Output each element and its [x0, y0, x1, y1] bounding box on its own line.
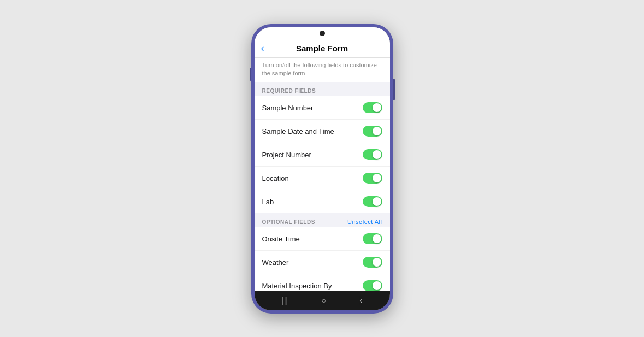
toggle-sample-number[interactable]: [363, 102, 382, 113]
list-item: Sample Date and Time: [255, 120, 390, 143]
form-fields-list[interactable]: REQUIRED FIELDS Sample Number Sample Dat…: [255, 82, 390, 290]
bottom-nav-home-icon[interactable]: ○: [321, 296, 326, 305]
volume-button: [250, 68, 251, 81]
bottom-nav-bar: ||| ○ ‹: [255, 291, 390, 310]
field-label-material-inspection-by: Material Inspection By: [262, 282, 332, 290]
field-label-project-number: Project Number: [262, 151, 311, 159]
list-item: Weather: [255, 251, 390, 274]
toggle-location[interactable]: [363, 173, 382, 184]
field-label-weather: Weather: [262, 258, 289, 267]
toggle-project-number[interactable]: [363, 149, 382, 160]
page-subtitle: Turn on/off the following fields to cust…: [255, 58, 390, 83]
phone-device: ‹ Sample Form Turn on/off the following …: [251, 24, 393, 314]
required-fields-group: Sample Number Sample Date and Time Proje…: [255, 96, 390, 213]
field-label-onsite-time: Onsite Time: [262, 235, 300, 243]
app-screen: ‹ Sample Form Turn on/off the following …: [255, 27, 390, 310]
toggle-material-inspection-by[interactable]: [363, 280, 382, 290]
list-item: Onsite Time: [255, 227, 390, 251]
list-item: Project Number: [255, 143, 390, 167]
toggle-onsite-time[interactable]: [363, 233, 382, 244]
field-label-sample-number: Sample Number: [262, 104, 314, 112]
required-fields-label: REQUIRED FIELDS: [262, 88, 316, 94]
power-button: [393, 79, 395, 100]
bottom-nav-back-icon[interactable]: ‹: [359, 296, 362, 305]
unselect-all-button[interactable]: Unselect All: [347, 218, 382, 225]
optional-fields-label: OPTIONAL FIELDS: [262, 219, 315, 225]
list-item: Lab: [255, 190, 390, 213]
optional-fields-group: Onsite Time Weather Material Inspection …: [255, 227, 390, 290]
nav-header: ‹ Sample Form: [255, 39, 390, 58]
optional-fields-header: OPTIONAL FIELDS Unselect All: [255, 213, 390, 227]
list-item: Sample Number: [255, 96, 390, 120]
toggle-sample-date-time[interactable]: [363, 126, 382, 137]
bottom-nav-menu-icon[interactable]: |||: [282, 296, 288, 305]
toggle-weather[interactable]: [363, 257, 382, 268]
required-fields-header: REQUIRED FIELDS: [255, 82, 390, 96]
page-title: Sample Form: [296, 44, 348, 53]
camera-notch: [320, 31, 325, 36]
field-label-lab: Lab: [262, 198, 274, 206]
field-label-location: Location: [262, 174, 289, 182]
phone-screen-area: ‹ Sample Form Turn on/off the following …: [255, 27, 390, 310]
list-item: Location: [255, 167, 390, 190]
field-label-sample-date-time: Sample Date and Time: [262, 127, 334, 135]
back-button[interactable]: ‹: [261, 43, 264, 54]
status-bar: [255, 27, 390, 39]
list-item: Material Inspection By: [255, 274, 390, 290]
toggle-lab[interactable]: [363, 196, 382, 207]
